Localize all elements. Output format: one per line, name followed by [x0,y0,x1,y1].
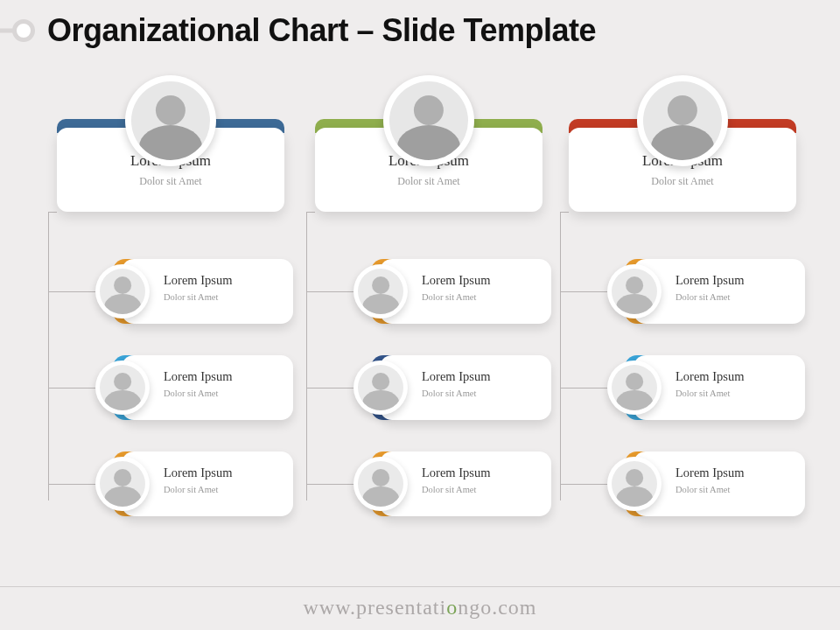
org-column-1: Lorem Ipsum Dolor sit Amet Lorem Ipsum D… [48,84,293,198]
slide-title: Organizational Chart – Slide Template [47,12,596,49]
person-icon [389,81,468,160]
child-name: Lorem Ipsum [164,466,284,480]
children-list: Lorem Ipsum Dolor sit Amet Lorem Ipsum D… [48,259,293,548]
child-card: Lorem Ipsum Dolor sit Amet [614,355,805,420]
child-card: Lorem Ipsum Dolor sit Amet [614,452,805,516]
child-card: Lorem Ipsum Dolor sit Amet [360,355,551,420]
child-role: Dolor sit Amet [422,485,542,494]
avatar [354,360,408,415]
person-icon [612,461,657,507]
child-role: Dolor sit Amet [676,388,796,398]
avatar [607,457,662,511]
footer-text-accent: o [446,596,458,619]
child-role: Dolor sit Amet [164,485,284,494]
child-card: Lorem Ipsum Dolor sit Amet [102,452,293,516]
person-icon [358,461,403,507]
child-name: Lorem Ipsum [422,273,542,288]
person-icon [358,269,403,314]
connector-line [560,212,569,213]
bullet-icon [12,19,35,42]
avatar [383,75,474,166]
lead-card: Lorem Ipsum Dolor sit Amet [57,84,284,198]
child-name: Lorem Ipsum [422,466,542,480]
footer-text-suffix: ngo.com [458,596,536,619]
person-icon [100,269,145,314]
person-icon [612,365,657,410]
footer-attribution: www.presentationgo.com [0,586,840,620]
person-icon [100,461,145,507]
child-name: Lorem Ipsum [676,466,796,480]
footer-text-prefix: www.presentati [303,596,446,619]
child-role: Dolor sit Amet [164,292,284,302]
avatar [95,457,150,511]
org-column-3: Lorem Ipsum Dolor sit Amet Lorem Ipsum D… [560,84,805,198]
child-role: Dolor sit Amet [676,485,796,494]
children-list: Lorem Ipsum Dolor sit Amet Lorem Ipsum D… [306,259,551,548]
child-role: Dolor sit Amet [164,388,284,398]
avatar [354,457,408,511]
person-icon [612,269,657,314]
child-card: Lorem Ipsum Dolor sit Amet [614,259,805,324]
child-card: Lorem Ipsum Dolor sit Amet [360,259,551,324]
avatar [125,75,216,166]
child-role: Dolor sit Amet [422,388,542,398]
child-role: Dolor sit Amet [676,292,796,302]
avatar [637,75,728,166]
person-icon [100,365,145,410]
child-name: Lorem Ipsum [164,273,284,288]
child-name: Lorem Ipsum [422,369,542,384]
children-list: Lorem Ipsum Dolor sit Amet Lorem Ipsum D… [560,259,805,548]
child-role: Dolor sit Amet [422,292,542,302]
lead-role: Dolor sit Amet [569,175,796,188]
lead-card: Lorem Ipsum Dolor sit Amet [315,84,542,198]
child-card: Lorem Ipsum Dolor sit Amet [360,452,551,516]
connector-line [306,212,315,213]
person-icon [643,81,722,160]
child-card: Lorem Ipsum Dolor sit Amet [102,355,293,420]
avatar [95,360,150,415]
person-icon [358,365,403,410]
avatar [95,264,150,318]
avatar [607,360,662,415]
connector-line [48,212,57,213]
child-name: Lorem Ipsum [676,369,796,384]
slide-header: Organizational Chart – Slide Template [0,0,840,58]
avatar [354,264,408,318]
org-chart-stage: Lorem Ipsum Dolor sit Amet Lorem Ipsum D… [0,58,840,574]
lead-card: Lorem Ipsum Dolor sit Amet [569,84,796,198]
child-name: Lorem Ipsum [164,369,284,384]
child-name: Lorem Ipsum [676,273,796,288]
lead-role: Dolor sit Amet [315,175,542,188]
avatar [607,264,662,318]
person-icon [131,81,210,160]
lead-role: Dolor sit Amet [57,175,284,188]
org-column-2: Lorem Ipsum Dolor sit Amet Lorem Ipsum D… [306,84,551,198]
child-card: Lorem Ipsum Dolor sit Amet [102,259,293,324]
